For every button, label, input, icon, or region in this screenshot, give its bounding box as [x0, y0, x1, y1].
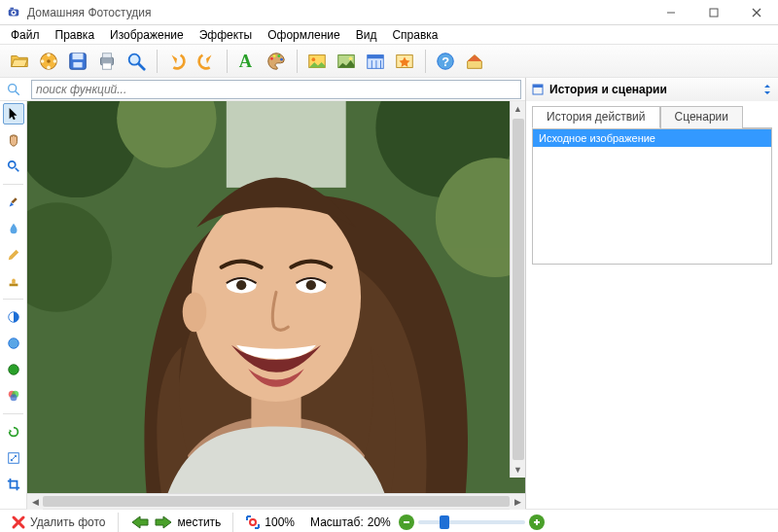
zoom-out-button[interactable]	[399, 514, 414, 530]
history-tabs: История действий Сценарии	[532, 105, 772, 128]
menu-help[interactable]: Справка	[385, 26, 444, 44]
effect4-button[interactable]	[391, 48, 418, 75]
svg-point-28	[312, 57, 316, 61]
search-box	[31, 80, 521, 99]
redo-button[interactable]	[193, 48, 220, 75]
canvas-vertical-scrollbar[interactable]: ▲ ▼	[510, 101, 525, 478]
scroll-thumb[interactable]	[43, 496, 510, 507]
scale-group: Масштаб: 20%	[306, 514, 548, 530]
home-button[interactable]	[461, 48, 488, 75]
svg-rect-15	[73, 53, 84, 58]
svg-rect-32	[368, 54, 384, 58]
tool-resize[interactable]	[3, 447, 24, 469]
history-header: История и сценарии	[525, 78, 778, 101]
maximize-button[interactable]	[692, 0, 735, 24]
scroll-up-icon[interactable]: ▲	[511, 101, 526, 117]
menu-effects[interactable]: Эффекты	[193, 26, 260, 44]
effect2-button[interactable]	[333, 48, 360, 75]
minimize-button[interactable]	[650, 0, 692, 24]
tool-crop[interactable]	[3, 474, 24, 495]
svg-point-70	[250, 519, 256, 525]
calendar-button[interactable]	[362, 48, 389, 75]
tab-history[interactable]: История действий	[532, 106, 660, 128]
collapse-icon[interactable]	[762, 85, 772, 94]
svg-text:?: ?	[442, 53, 449, 68]
svg-point-26	[280, 57, 283, 60]
search-row	[27, 78, 525, 101]
tool-rgb[interactable]	[3, 385, 24, 407]
next-button[interactable]	[154, 514, 173, 530]
zoom100-group[interactable]: 100%	[241, 514, 299, 530]
separator	[232, 513, 233, 532]
zoom-button[interactable]	[123, 48, 150, 75]
menu-view[interactable]: Вид	[349, 26, 384, 44]
menu-file[interactable]: Файл	[4, 26, 47, 44]
tool-rotate[interactable]	[3, 421, 24, 443]
catalog-button[interactable]	[35, 48, 62, 75]
save-button[interactable]	[64, 48, 91, 75]
svg-line-44	[15, 168, 18, 172]
zoom-slider[interactable]	[418, 520, 525, 524]
help-button[interactable]: ?	[432, 48, 459, 75]
bottom-controls: Удалить фото местить 100% Масштаб: 20%	[0, 509, 778, 532]
tool-zoom[interactable]	[3, 156, 24, 177]
search-icon	[6, 82, 21, 97]
side-separator	[3, 299, 24, 300]
tool-pointer[interactable]	[3, 103, 24, 124]
menu-design[interactable]: Оформление	[261, 26, 346, 44]
svg-line-40	[16, 91, 18, 94]
menu-image[interactable]: Изображение	[103, 26, 191, 44]
search-input[interactable]	[32, 81, 520, 98]
svg-rect-18	[102, 53, 111, 57]
image-canvas[interactable]: ▲ ▼	[27, 101, 525, 493]
text-button[interactable]: A	[233, 48, 261, 75]
scale-value: 20%	[368, 515, 395, 529]
svg-text:A: A	[239, 52, 253, 71]
scroll-right-icon[interactable]: ▶	[510, 494, 525, 510]
print-button[interactable]	[93, 48, 121, 75]
side-separator	[3, 184, 24, 185]
scroll-thumb[interactable]	[513, 119, 524, 460]
delete-icon	[11, 514, 26, 530]
svg-point-65	[236, 280, 246, 290]
scroll-left-icon[interactable]: ◀	[27, 494, 43, 510]
zoom-in-button[interactable]	[529, 514, 545, 530]
tool-drop[interactable]	[3, 218, 24, 239]
svg-point-39	[9, 84, 17, 91]
tool-brightness[interactable]	[3, 333, 24, 354]
undo-button[interactable]	[163, 48, 191, 75]
svg-rect-46	[9, 284, 18, 287]
history-item[interactable]: Исходное изображение	[533, 129, 771, 147]
window-title: Домашняя Фотостудия	[27, 6, 650, 19]
svg-rect-60	[227, 101, 346, 188]
delete-label: Удалить фото	[30, 515, 105, 529]
tool-hand[interactable]	[3, 129, 24, 151]
open-button[interactable]	[6, 48, 33, 75]
svg-rect-5	[710, 9, 718, 17]
tool-contrast[interactable]	[3, 306, 24, 328]
tool-brush[interactable]	[3, 192, 24, 213]
effect1-button[interactable]	[303, 48, 331, 75]
tool-color[interactable]	[3, 359, 24, 380]
move-label: местить	[177, 515, 221, 529]
tool-pencil[interactable]	[3, 244, 24, 266]
menu-edit[interactable]: Правка	[49, 26, 102, 44]
svg-point-12	[41, 59, 45, 63]
svg-point-11	[47, 65, 51, 69]
svg-rect-16	[73, 61, 82, 66]
canvas-horizontal-scrollbar[interactable]: ◀ ▶	[27, 493, 525, 509]
svg-point-52	[10, 394, 17, 401]
prev-button[interactable]	[130, 514, 150, 530]
scroll-down-icon[interactable]: ▼	[511, 462, 526, 478]
close-button[interactable]	[735, 0, 778, 24]
nav-group: местить	[126, 514, 225, 530]
side-separator	[3, 413, 24, 414]
palette-button[interactable]	[263, 48, 290, 75]
tab-scenarios[interactable]: Сценарии	[660, 106, 743, 128]
zoom-slider-knob[interactable]	[440, 515, 449, 529]
delete-photo-button[interactable]: Удалить фото	[6, 512, 110, 533]
app-icon	[6, 5, 21, 20]
svg-rect-19	[102, 62, 111, 68]
dock-icon	[532, 84, 544, 95]
tool-stamp[interactable]	[3, 270, 24, 292]
